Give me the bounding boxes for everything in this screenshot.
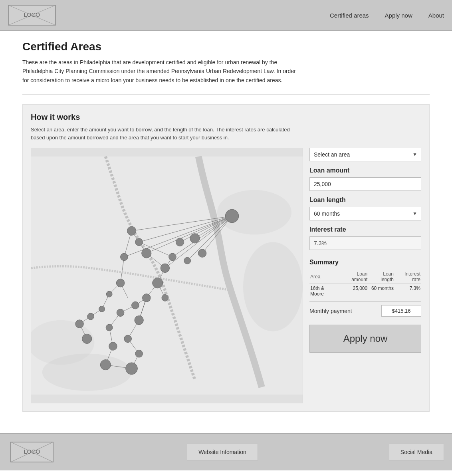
summary-title: Summary <box>309 259 421 266</box>
footer-logo[interactable]: LOGO <box>8 442 56 462</box>
interest-rate-label: Interest rate <box>309 226 421 233</box>
svg-point-57 <box>153 278 163 288</box>
summary-table: Area Loan amount Loan length Interest ra… <box>309 270 421 298</box>
summary-loan-amount: 25,000 <box>339 284 368 299</box>
loan-length-dropdown[interactable]: 6 months 12 months 24 months 36 months 4… <box>309 207 421 220</box>
svg-point-73 <box>126 363 138 375</box>
summary-col-loan-amount: Loan amount <box>339 270 368 284</box>
svg-point-61 <box>116 279 124 287</box>
svg-point-48 <box>135 238 143 246</box>
svg-point-47 <box>127 226 136 235</box>
summary-area: 16th & Moore <box>309 284 339 299</box>
svg-point-58 <box>143 294 151 302</box>
summary-section: Summary Area Loan amount Loan length Int… <box>309 259 421 317</box>
nav-links: Certified areas Apply now About <box>330 12 444 19</box>
summary-row: 16th & Moore 25,000 60 months 7.3% <box>309 284 421 299</box>
svg-point-67 <box>87 313 94 320</box>
map-form-container: Select an area 16th & Moore North Philad… <box>31 148 421 403</box>
summary-col-loan-length: Loan length <box>368 270 395 284</box>
form-panel: Select an area 16th & Moore North Philad… <box>309 148 421 353</box>
select-area-dropdown[interactable]: Select an area 16th & Moore North Philad… <box>309 148 421 161</box>
svg-point-6 <box>243 242 303 331</box>
summary-col-area: Area <box>309 270 339 284</box>
svg-point-69 <box>82 334 92 343</box>
monthly-payment-label: Monthly payment <box>309 308 352 314</box>
svg-point-62 <box>106 291 112 297</box>
loan-amount-input[interactable] <box>309 177 421 191</box>
svg-text:LOGO: LOGO <box>24 12 40 18</box>
svg-point-52 <box>190 234 200 243</box>
nav-about[interactable]: About <box>428 12 444 19</box>
svg-point-51 <box>176 238 184 246</box>
how-it-works-section: How it works Select an area, enter the a… <box>22 104 430 412</box>
svg-point-50 <box>121 253 128 261</box>
svg-point-54 <box>161 264 169 272</box>
how-it-works-description: Select an area, enter the amount you wan… <box>31 126 290 141</box>
svg-point-65 <box>106 324 113 331</box>
svg-point-60 <box>132 301 139 309</box>
summary-interest-rate: 7.3% <box>395 284 421 299</box>
svg-point-70 <box>109 342 117 350</box>
svg-point-74 <box>135 350 143 357</box>
loan-amount-label: Loan amount <box>309 167 421 174</box>
svg-text:LOGO: LOGO <box>24 449 40 455</box>
navbar: LOGO Certified areas Apply now About <box>0 0 452 31</box>
footer: LOGO Website Infomation Social Media <box>0 433 452 470</box>
loan-length-label: Loan length <box>309 196 421 204</box>
monthly-payment-row: Monthly payment $415.16 <box>309 305 421 317</box>
social-media-button[interactable]: Social Media <box>389 444 444 460</box>
svg-point-8 <box>42 354 132 391</box>
monthly-payment-value: $415.16 <box>381 305 421 317</box>
interest-rate-group: Interest rate <box>309 226 421 250</box>
svg-point-66 <box>99 306 105 312</box>
nav-apply-now[interactable]: Apply now <box>385 12 412 19</box>
svg-point-46 <box>225 209 239 223</box>
interest-rate-input <box>309 236 421 250</box>
select-area-wrapper: Select an area 16th & Moore North Philad… <box>309 148 421 161</box>
loan-length-group: Loan length 6 months 12 months 24 months… <box>309 196 421 220</box>
svg-point-71 <box>124 335 132 343</box>
summary-col-interest-rate: Interest rate <box>395 270 421 284</box>
loan-length-wrapper: 6 months 12 months 24 months 36 months 4… <box>309 207 421 220</box>
svg-point-68 <box>75 320 83 328</box>
website-info-button[interactable]: Website Infomation <box>187 444 258 460</box>
page-title: Certified Areas <box>22 40 430 53</box>
how-it-works-title: How it works <box>31 113 421 122</box>
svg-point-56 <box>198 249 206 257</box>
loan-amount-group: Loan amount <box>309 167 421 191</box>
svg-point-55 <box>184 258 191 264</box>
nav-logo[interactable]: LOGO <box>8 5 56 26</box>
page-description: These are the areas in Philadelphia that… <box>22 58 302 85</box>
main-content: Certified Areas These are the areas in P… <box>14 31 438 421</box>
summary-loan-length: 60 months <box>368 284 395 299</box>
page-title-section: Certified Areas These are the areas in P… <box>22 40 430 95</box>
svg-point-53 <box>169 253 176 261</box>
svg-point-49 <box>142 248 151 258</box>
svg-point-72 <box>100 360 111 370</box>
svg-point-63 <box>135 316 143 325</box>
apply-now-button[interactable]: Apply now <box>309 325 421 353</box>
map-container <box>31 148 303 403</box>
svg-point-64 <box>117 309 124 317</box>
nav-certified-areas[interactable]: Certified areas <box>330 12 369 19</box>
svg-point-59 <box>162 295 169 301</box>
